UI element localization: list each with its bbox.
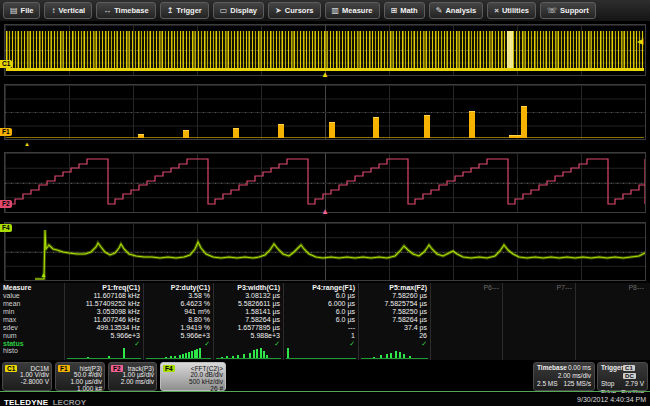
file-icon: ▤ [10,6,18,15]
timebase-box[interactable]: Timebase 0.00 ms 2.00 ms/div 2.5 MS 125 … [533,362,595,391]
menu-item-cursors[interactable]: ➤Cursors [268,2,320,19]
histo-spark-bar [170,356,172,358]
histo-spark-bar [191,351,193,358]
measure-header-p5[interactable]: P5:max(F2) [358,283,430,292]
measure-cell-sdev-p2: 1.9419 % [143,324,213,332]
menu-item-file[interactable]: ▤File [3,2,40,19]
measure-histo-p8 [575,347,647,360]
menu-item-label: Support [560,6,589,15]
menu-item-measure[interactable]: ▥Measure [325,2,380,19]
grid-panel-f2[interactable] [4,152,646,213]
trigger-time-marker[interactable]: ▲ [321,71,329,79]
measure-status-p3: ✓ [213,340,283,347]
datetime: 9/30/2012 4:40:34 PM [577,396,646,403]
histo-spark-bar [174,356,176,358]
grid-panel-f4[interactable] [4,222,646,281]
measure-cell-value-p2: 3.58 % [143,292,213,300]
menu-item-vertical[interactable]: ↕Vertical [44,2,92,19]
measure-cell-mean-p7 [502,300,575,308]
histo-baseline [67,358,141,359]
measure-header-p2[interactable]: P2:duty(C1) [143,283,213,292]
f1-histogram-bar [138,134,144,138]
histo-spark-bar [221,357,223,358]
measure-histo-p4 [283,347,358,360]
measure-header-p1[interactable]: P1:freq(C1) [64,283,143,292]
histo-spark-bar [399,352,401,358]
measure-row-label-mean: mean [0,300,64,308]
measure-cell-min-p4: 6.0 µs [283,308,358,316]
histo-spark-bar [237,355,239,358]
descriptor-f2[interactable]: F2 track(P3) 1.00 µs/div 2.00 ms/div [108,362,157,391]
measure-status-p6 [430,340,502,347]
measure-icon: ▥ [332,6,340,15]
descriptor-c1[interactable]: C1 DC1M 1.00 V/div -2.8000 V [2,362,52,391]
timebase-samples: 2.5 MS [537,380,558,388]
measure-header-p8[interactable]: P8--- [575,283,647,292]
measure-cell-num-p8 [575,332,647,340]
measure-cell-mean-p2: 6.4623 % [143,300,213,308]
channel-label-f4[interactable]: F4 [0,224,12,232]
trigger-box[interactable]: Trigger C1 DC Stop 2.79 V Edge Positive [597,362,648,391]
measure-status-p5: ✓ [358,340,430,347]
f1-baseline [6,137,644,138]
menu-item-timebase[interactable]: ↔Timebase [96,2,155,19]
brand-logo: TELEDYNE LECROY [4,391,86,406]
menu-item-utilities[interactable]: ×Utilities [487,2,536,19]
measure-cell-min-p1: 3.053098 kHz [64,308,143,316]
trigger-source-badge: C1 [623,365,635,371]
timebase-rate: 125 MS/s [564,380,591,388]
measure-status-p4: ✓ [283,340,358,347]
trigger-level-marker[interactable]: ◀ [637,38,643,46]
measure-cell-max-p3: 7.58264 µs [213,316,283,324]
menu-item-display[interactable]: ▭Display [213,2,264,19]
histo-spark-bar [266,355,268,358]
brand-lecroy: LECROY [53,398,86,406]
grid-panel-f1[interactable] [4,84,646,140]
histo-spark-bar [188,352,190,358]
f1-histogram-bar [509,135,521,138]
histo-baseline [286,358,356,359]
measure-cell-num-p3: 5.988e+3 [213,332,283,340]
f1-histogram-bar [469,111,475,138]
menu-item-analysis[interactable]: ✎Analysis [429,2,484,19]
channel-label-f2[interactable]: F2 [0,200,12,208]
histo-spark-bar [108,356,110,358]
channel-label-f1[interactable]: F1 [0,128,12,136]
separator-line [0,391,650,392]
f2-position-marker[interactable]: ▲ [321,208,329,216]
measure-header-p6[interactable]: P6--- [430,283,502,292]
measure-row-label-min: min [0,308,64,316]
trigger-icon: ↥ [167,6,174,15]
measure-cell-max-p4: 6.0 µs [283,316,358,324]
measure-cell-mean-p6 [430,300,502,308]
measure-cell-num-p5: 26 [358,332,430,340]
descriptor-tag-f4: F4 [163,365,175,372]
measure-header-p7[interactable]: P7--- [502,283,575,292]
menu-item-label: Analysis [445,6,476,15]
measure-cell-value-p4: 6.0 µs [283,292,358,300]
measure-cell-mean-p4: 6.000 µs [283,300,358,308]
menu-bar: ▤File↕Vertical↔Timebase↥Trigger▭Display➤… [0,0,650,21]
timebase-scale: 2.00 ms/div [558,372,591,380]
f1-histogram-bar [521,106,527,138]
channel-label-c1[interactable]: C1 [0,60,12,68]
measure-cell-num-p1: 5.966e+3 [64,332,143,340]
measure-header-p4[interactable]: P4:range(F1) [283,283,358,292]
trigger-coupling-badge: DC [623,373,636,379]
trigger-level: 2.79 V [625,380,644,388]
descriptor-f1[interactable]: F1 hist(P3) 50.0 #/div 1.00 µs/div 1.000… [55,362,105,391]
descriptor-f4[interactable]: F4 <FFT(C2)> 20.0 dB/div 500 kHz/div 26 … [160,362,226,391]
menu-item-support[interactable]: ☏Support [540,2,596,19]
vertical-icon: ↕ [51,6,55,15]
measure-header-p3[interactable]: P3:width(C1) [213,283,283,292]
grid-panel-c1[interactable] [4,24,646,76]
f4-position-marker[interactable]: ▲ [40,271,47,279]
grid-center-hline [5,112,645,113]
f1-position-marker[interactable]: ▲ [24,140,30,148]
menu-item-math[interactable]: ⊞Math [384,2,425,19]
menu-item-trigger[interactable]: ↥Trigger [160,2,209,19]
descriptor-tag-f2: F2 [111,365,123,372]
support-icon: ☏ [547,6,557,15]
status-bar: TELEDYNE LECROY 9/30/2012 4:40:34 PM [0,393,650,406]
menu-item-label: Vertical [58,6,85,15]
